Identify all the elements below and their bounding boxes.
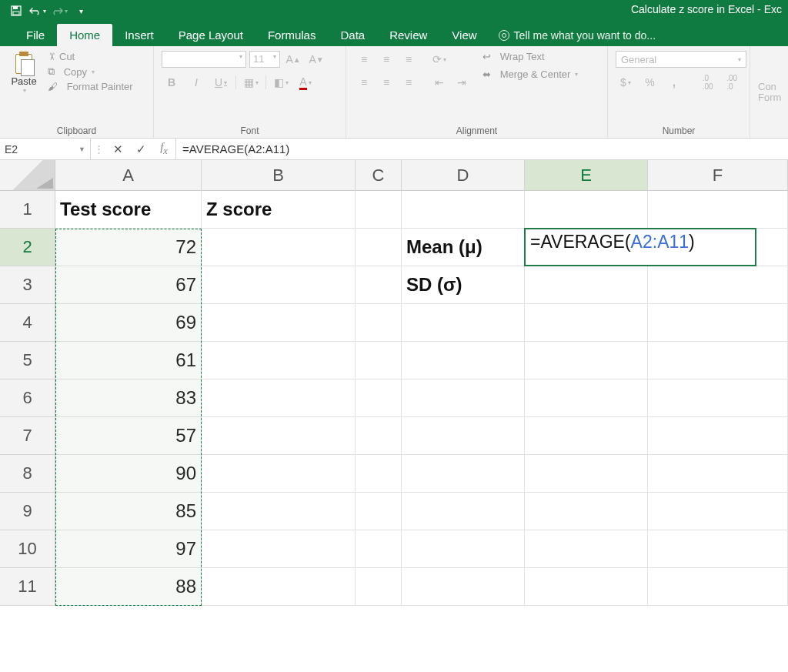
cell-C7[interactable]	[356, 417, 402, 455]
cell-F7[interactable]	[648, 417, 788, 455]
formula-input[interactable]: =AVERAGE(A2:A11)	[176, 139, 788, 159]
cell-D2[interactable]: Mean (μ)	[402, 229, 525, 266]
cell-C8[interactable]	[356, 455, 402, 493]
qat-customize-icon[interactable]: ▾	[72, 2, 89, 19]
wrap-text-button[interactable]: ↩ Wrap Text	[482, 51, 578, 62]
cell-C9[interactable]	[356, 493, 402, 530]
cell-E4[interactable]	[525, 304, 648, 342]
col-header-C[interactable]: C	[356, 160, 402, 191]
row-header-5[interactable]: 5	[0, 342, 55, 379]
increase-font-icon[interactable]: A▲	[283, 51, 303, 68]
row-header-3[interactable]: 3	[0, 266, 55, 304]
decrease-indent-icon[interactable]: ⇤	[429, 74, 449, 91]
cell-F5[interactable]	[648, 342, 788, 379]
cell-B11[interactable]	[202, 568, 356, 606]
font-name-input[interactable]: ▾	[162, 51, 246, 68]
cell-D8[interactable]	[402, 455, 525, 493]
cell-B7[interactable]	[202, 417, 356, 455]
cell-D9[interactable]	[402, 493, 525, 530]
cell-F1[interactable]	[648, 191, 788, 229]
cell-B10[interactable]	[202, 530, 356, 568]
font-size-input[interactable]: 11▾	[249, 51, 280, 68]
align-left-icon[interactable]: ≡	[354, 74, 374, 91]
cell-F11[interactable]	[648, 568, 788, 606]
cell-E1[interactable]	[525, 191, 648, 229]
merge-center-button[interactable]: ⬌ Merge & Center▾	[482, 69, 578, 80]
cell-C10[interactable]	[356, 530, 402, 568]
tab-view[interactable]: View	[439, 24, 489, 46]
row-header-7[interactable]: 7	[0, 417, 55, 455]
select-all-corner[interactable]	[0, 160, 55, 191]
row-header-11[interactable]: 11	[0, 568, 55, 606]
orientation-icon[interactable]: ⟳▾	[429, 51, 449, 68]
row-header-4[interactable]: 4	[0, 304, 55, 342]
cell-C6[interactable]	[356, 379, 402, 417]
cell-C5[interactable]	[356, 342, 402, 379]
cell-D3[interactable]: SD (σ)	[402, 266, 525, 304]
tab-home[interactable]: Home	[57, 24, 112, 46]
cell-C4[interactable]	[356, 304, 402, 342]
cell-F4[interactable]	[648, 304, 788, 342]
row-header-9[interactable]: 9	[0, 493, 55, 530]
name-box[interactable]: E2▼	[0, 139, 91, 159]
cell-E9[interactable]	[525, 493, 648, 530]
cell-C3[interactable]	[356, 266, 402, 304]
align-right-icon[interactable]: ≡	[399, 74, 419, 91]
cell-E5[interactable]	[525, 342, 648, 379]
cell-D6[interactable]	[402, 379, 525, 417]
insert-function-button[interactable]: fx	[152, 141, 175, 157]
tab-formulas[interactable]: Formulas	[255, 24, 329, 46]
cell-F8[interactable]	[648, 455, 788, 493]
comma-format-icon[interactable]: ,	[664, 74, 684, 91]
cell-B5[interactable]	[202, 342, 356, 379]
cell-E3[interactable]	[525, 266, 648, 304]
bold-button[interactable]: B	[162, 74, 182, 91]
cell-D1[interactable]	[402, 191, 525, 229]
cut-button[interactable]: ✂Cut	[48, 51, 133, 62]
decrease-decimal-icon[interactable]: .00.0	[722, 74, 742, 91]
fill-color-button[interactable]: ◧▾	[271, 74, 291, 91]
cell-B6[interactable]	[202, 379, 356, 417]
cell-D4[interactable]	[402, 304, 525, 342]
cell-D11[interactable]	[402, 568, 525, 606]
font-color-button[interactable]: A▾	[296, 74, 316, 91]
cell-E11[interactable]	[525, 568, 648, 606]
align-bottom-icon[interactable]: ≡	[399, 51, 419, 68]
row-header-2[interactable]: 2	[0, 229, 55, 266]
tell-me-search[interactable]: Tell me what you want to do...	[489, 25, 665, 46]
align-center-icon[interactable]: ≡	[376, 74, 396, 91]
cell-E10[interactable]	[525, 530, 648, 568]
cell-B1[interactable]: Z score	[202, 191, 356, 229]
cell-E8[interactable]	[525, 455, 648, 493]
cell-D5[interactable]	[402, 342, 525, 379]
tab-insert[interactable]: Insert	[112, 24, 166, 46]
cell-B9[interactable]	[202, 493, 356, 530]
active-cell-editor[interactable]: =AVERAGE(A2:A11)	[524, 228, 756, 266]
col-header-B[interactable]: B	[202, 160, 356, 191]
tab-page-layout[interactable]: Page Layout	[166, 24, 255, 46]
increase-indent-icon[interactable]: ⇥	[452, 74, 472, 91]
row-header-1[interactable]: 1	[0, 191, 55, 229]
col-header-D[interactable]: D	[402, 160, 525, 191]
decrease-font-icon[interactable]: A▼	[306, 51, 326, 68]
row-header-8[interactable]: 8	[0, 455, 55, 493]
cell-F3[interactable]	[648, 266, 788, 304]
borders-button[interactable]: ▦▾	[241, 74, 261, 91]
cell-A1[interactable]: Test score	[55, 191, 202, 229]
cell-D10[interactable]	[402, 530, 525, 568]
col-header-A[interactable]: A	[55, 160, 202, 191]
undo-icon[interactable]: ▾	[29, 2, 46, 19]
align-top-icon[interactable]: ≡	[354, 51, 374, 68]
align-middle-icon[interactable]: ≡	[376, 51, 396, 68]
cell-B3[interactable]	[202, 266, 356, 304]
enter-formula-button[interactable]: ✓	[129, 142, 152, 156]
tab-data[interactable]: Data	[328, 24, 377, 46]
number-format-select[interactable]: General▾	[616, 51, 746, 68]
cell-C1[interactable]	[356, 191, 402, 229]
accounting-format-icon[interactable]: $▾	[616, 74, 636, 91]
cell-B8[interactable]	[202, 455, 356, 493]
cell-B4[interactable]	[202, 304, 356, 342]
cell-C11[interactable]	[356, 568, 402, 606]
save-icon[interactable]	[8, 2, 25, 19]
row-header-10[interactable]: 10	[0, 530, 55, 568]
